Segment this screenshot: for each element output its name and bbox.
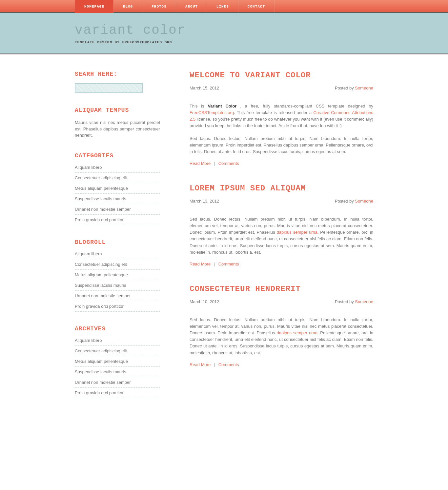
tempus-heading: Aliquam tempus — [75, 107, 160, 113]
list-item: Metus aliquam pellentesque — [75, 270, 160, 280]
post-links: Read More|Comments — [190, 362, 373, 367]
read-more-link[interactable]: Read More — [190, 262, 211, 266]
blogroll-link[interactable]: Consectetuer adipiscing elit — [75, 262, 127, 267]
categories-list: Aliquam liberoConsectetuer adipiscing el… — [75, 165, 160, 225]
list-item: Metus aliquam pellentesque — [75, 356, 160, 367]
post: Welcome to Variant ColorMarch 15, 2012Po… — [190, 71, 373, 166]
nav-item-photos[interactable]: Photos — [142, 0, 176, 13]
separator: | — [214, 362, 215, 367]
read-more-link[interactable]: Read More — [190, 362, 211, 367]
list-item: Proin gravida orci porttitor — [75, 301, 160, 312]
post-meta: March 13, 2012Posted by Someone — [190, 199, 373, 204]
nav-item-homepage[interactable]: Homepage — [75, 0, 113, 13]
post-title: Welcome to Variant Color — [190, 71, 373, 80]
archive-link[interactable]: Suspendisse iaculis mauris — [75, 369, 126, 374]
post-byline: Posted by Someone — [335, 86, 373, 90]
archive-link[interactable]: Urnanet non molestie semper — [75, 380, 131, 385]
post-body: This is Variant Color , a free, fully st… — [190, 103, 373, 129]
category-link[interactable]: Proin gravida orci porttitor — [75, 217, 124, 222]
blogroll-link[interactable]: Urnanet non molestie semper — [75, 293, 131, 298]
content-area: Welcome to Variant ColorMarch 15, 2012Po… — [190, 71, 373, 412]
list-item: Proin gravida orci porttitor — [75, 215, 160, 225]
post-date: March 10, 2012 — [190, 299, 219, 304]
site-title: variant color — [75, 23, 388, 38]
archive-link[interactable]: Proin gravida orci porttitor — [75, 390, 124, 395]
list-item: Consectetuer adipiscing elit — [75, 173, 160, 183]
list-item: Urnanet non molestie semper — [75, 291, 160, 301]
blogroll-link[interactable]: Suspendisse iaculis mauris — [75, 283, 126, 288]
post-body: Sed lacus. Donec lectus. Nullam pretium … — [190, 216, 373, 256]
category-link[interactable]: Suspendisse iaculis mauris — [75, 196, 126, 201]
post-meta: March 10, 2012Posted by Someone — [190, 299, 373, 304]
header-banner: variant color Template design by FreeCSS… — [0, 13, 448, 54]
list-item: Metus aliquam pellentesque — [75, 183, 160, 194]
sidebar: Searh Here: Aliquam tempus Mauris vitae … — [75, 71, 160, 412]
blogroll-link[interactable]: Aliquam libero — [75, 251, 102, 256]
post-author-link[interactable]: Someone — [355, 299, 373, 304]
list-item: Consectetuer adipiscing elit — [75, 346, 160, 356]
top-nav-bar: HomepageBlogPhotosAboutLinksContact — [0, 0, 448, 13]
search-heading: Searh Here: — [75, 71, 160, 77]
post: Lorem ipsum sed aliquamMarch 13, 2012Pos… — [190, 184, 373, 266]
category-link[interactable]: Urnanet non molestie semper — [75, 207, 131, 212]
post-links: Read More|Comments — [190, 262, 373, 266]
post-title-link[interactable]: Welcome to Variant Color — [190, 71, 311, 80]
post-body: Sed lacus. Donec lectus. Nullam pretium … — [190, 135, 373, 155]
comments-link[interactable]: Comments — [218, 161, 239, 166]
post-author-link[interactable]: Someone — [355, 199, 373, 204]
archive-link[interactable]: Aliquam libero — [75, 338, 102, 343]
list-item: Aliquam libero — [75, 165, 160, 173]
post-byline: Posted by Someone — [335, 299, 373, 304]
list-item: Suspendisse iaculis mauris — [75, 367, 160, 377]
list-item: Suspendisse iaculis mauris — [75, 280, 160, 291]
separator: | — [214, 262, 215, 266]
blogroll-link[interactable]: Metus aliquam pellentesque — [75, 272, 128, 277]
nav-item-blog[interactable]: Blog — [113, 0, 142, 13]
list-item: Aliquam libero — [75, 338, 160, 346]
comments-link[interactable]: Comments — [218, 262, 239, 266]
list-item: Urnanet non molestie semper — [75, 204, 160, 215]
post-author-link[interactable]: Someone — [355, 86, 373, 90]
tempus-text: Mauris vitae nisl nec metus placerat per… — [75, 119, 160, 139]
blogroll-box: Blogroll Aliquam liberoConsectetuer adip… — [75, 239, 160, 312]
archives-heading: Archives — [75, 325, 160, 332]
list-item: Consectetuer adipiscing elit — [75, 259, 160, 270]
post-title: Consecteteur hendrerit — [190, 284, 373, 293]
post-title-link[interactable]: Lorem ipsum sed aliquam — [190, 184, 306, 193]
post-meta: March 15, 2012Posted by Someone — [190, 86, 373, 90]
search-input[interactable] — [75, 83, 143, 93]
categories-box: Categories Aliquam liberoConsectetuer ad… — [75, 152, 160, 225]
post-body: Sed lacus. Donec lectus. Nullam pretium … — [190, 317, 373, 356]
post-links: Read More|Comments — [190, 161, 373, 166]
tempus-box: Aliquam tempus Mauris vitae nisl nec met… — [75, 107, 160, 139]
post-title-link[interactable]: Consecteteur hendrerit — [190, 284, 301, 293]
nav-item-links[interactable]: Links — [207, 0, 238, 13]
blogroll-list: Aliquam liberoConsectetuer adipiscing el… — [75, 251, 160, 312]
category-link[interactable]: Metus aliquam pellentesque — [75, 186, 128, 191]
list-item: Aliquam libero — [75, 251, 160, 259]
nav-item-about[interactable]: About — [176, 0, 207, 13]
category-link[interactable]: Consectetuer adipiscing elit — [75, 175, 127, 180]
post-title: Lorem ipsum sed aliquam — [190, 184, 373, 193]
separator: | — [214, 161, 215, 166]
post-date: March 13, 2012 — [190, 199, 219, 204]
list-item: Urnanet non molestie semper — [75, 377, 160, 388]
post-date: March 15, 2012 — [190, 86, 219, 90]
read-more-link[interactable]: Read More — [190, 161, 211, 166]
post-byline: Posted by Someone — [335, 199, 373, 204]
post: Consecteteur hendreritMarch 10, 2012Post… — [190, 284, 373, 367]
blogroll-heading: Blogroll — [75, 239, 160, 245]
list-item: Proin gravida orci porttitor — [75, 388, 160, 398]
archive-link[interactable]: Consectetuer adipiscing elit — [75, 348, 127, 353]
archive-link[interactable]: Metus aliquam pellentesque — [75, 359, 128, 364]
list-item: Suspendisse iaculis mauris — [75, 194, 160, 204]
comments-link[interactable]: Comments — [218, 362, 239, 367]
category-link[interactable]: Aliquam libero — [75, 165, 102, 170]
main-menu: HomepageBlogPhotosAboutLinksContact — [60, 0, 388, 13]
search-box: Searh Here: — [75, 71, 160, 93]
blogroll-link[interactable]: Proin gravida orci porttitor — [75, 304, 124, 309]
categories-heading: Categories — [75, 152, 160, 159]
nav-item-contact[interactable]: Contact — [238, 0, 275, 13]
archives-box: Archives Aliquam liberoConsectetuer adip… — [75, 325, 160, 398]
archives-list: Aliquam liberoConsectetuer adipiscing el… — [75, 338, 160, 398]
